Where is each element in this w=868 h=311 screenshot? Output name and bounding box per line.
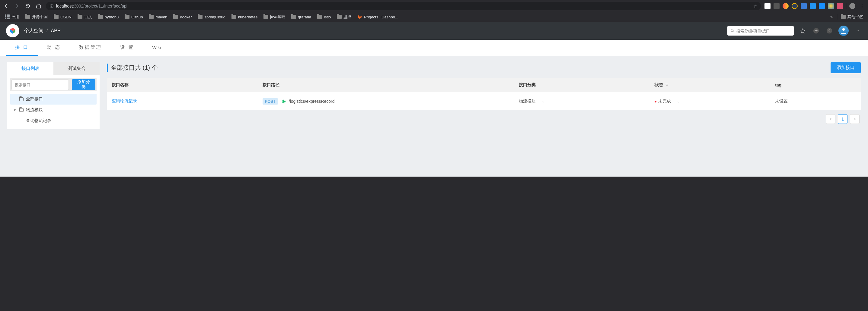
folder-icon — [198, 15, 203, 19]
api-table: 接口名称 接口路径 接口分类 状态▽ tag 查询物流记录 POST ◉ /lo… — [107, 78, 861, 110]
ext-icon-4[interactable] — [792, 3, 798, 9]
address-bar[interactable]: localhost:3002/project/11/interface/api … — [46, 2, 761, 10]
breadcrumb-space[interactable]: 个人空间 — [24, 28, 43, 34]
reload-button[interactable] — [24, 2, 31, 10]
bookmark-label: istio — [324, 15, 331, 19]
api-category-cell[interactable]: 物流模块⌄ — [514, 92, 650, 110]
star-button[interactable] — [799, 27, 807, 35]
breadcrumb-app[interactable]: APP — [51, 28, 60, 33]
chevron-down-icon: ⌄ — [542, 99, 545, 103]
bookmark-item[interactable]: Github — [122, 13, 145, 21]
home-button[interactable] — [35, 2, 42, 10]
bookmark-item[interactable]: 百度 — [75, 13, 94, 21]
filter-icon[interactable]: ▽ — [665, 83, 668, 87]
main-tab[interactable]: 数据管理 — [70, 40, 111, 56]
page-next[interactable]: > — [850, 114, 860, 124]
bookmark-star-icon[interactable]: ☆ — [753, 4, 757, 8]
bookmark-label: Projects · Dashbo... — [364, 15, 398, 19]
ext-icon-8[interactable] — [828, 3, 834, 9]
folder-icon — [19, 108, 24, 112]
panel-header: 全部接口共 (1) 个 添加接口 — [107, 62, 861, 73]
bookmark-item[interactable]: python3 — [96, 13, 121, 21]
breadcrumb-sep: / — [46, 28, 48, 33]
main-tab[interactable]: 接 口 — [6, 40, 38, 56]
ext-icon-3[interactable] — [783, 3, 788, 9]
bookmark-item[interactable]: istio — [315, 13, 333, 21]
bookmark-item[interactable]: springCloud — [195, 13, 227, 21]
other-bookmarks-label: 其他书签 — [847, 14, 863, 20]
bookmark-item[interactable]: 监控 — [334, 13, 354, 21]
global-search-input[interactable] — [736, 29, 791, 33]
folder-icon — [149, 15, 154, 19]
folder-icon — [291, 15, 296, 19]
tree-api-item[interactable]: 查询物流记录 — [10, 115, 97, 126]
chevron-down-icon: ⌄ — [677, 99, 680, 103]
pagination: < 1 > — [107, 110, 861, 124]
help-button[interactable]: ? — [825, 27, 834, 35]
user-avatar[interactable] — [838, 26, 849, 36]
col-tag: tag — [770, 78, 861, 92]
bookmark-label: 应用 — [11, 14, 19, 20]
page-prev[interactable]: < — [826, 114, 835, 124]
global-search[interactable] — [727, 26, 794, 36]
bookmark-item[interactable]: docker — [171, 13, 194, 21]
ext-icon-7[interactable] — [819, 3, 825, 9]
main-tab[interactable]: 动 态 — [38, 40, 70, 56]
apps-icon — [5, 14, 10, 19]
sidebar-tab-test[interactable]: 测试集合 — [54, 62, 100, 75]
svg-point-1 — [731, 29, 734, 32]
content-area: 接口列表 测试集合 添加分类 全部接口 ▼ 物流模块 查 — [0, 56, 868, 177]
api-category: 物流模块 — [519, 99, 536, 103]
folder-icon — [54, 15, 59, 19]
api-status-cell[interactable]: 未完成⌄ — [650, 92, 771, 110]
api-name-link[interactable]: 查询物流记录 — [112, 99, 137, 103]
sidebar-tree: 全部接口 ▼ 物流模块 查询物流记录 — [10, 91, 97, 126]
ext-icon-9[interactable] — [837, 3, 843, 9]
folder-icon — [841, 15, 846, 19]
bookmarks-overflow[interactable]: » — [827, 14, 836, 19]
tree-label: 物流模块 — [26, 107, 43, 113]
folder-icon — [317, 15, 322, 19]
page-number[interactable]: 1 — [838, 114, 847, 124]
ext-icon-5[interactable] — [801, 3, 807, 9]
bookmark-item[interactable]: CSDN — [51, 13, 74, 21]
add-category-button[interactable]: 添加分类 — [72, 79, 95, 90]
table-row: 查询物流记录 POST ◉ /logistics/expressRecord 物… — [107, 92, 861, 110]
folder-icon — [173, 15, 178, 19]
back-button[interactable] — [2, 2, 10, 10]
forward-button[interactable] — [13, 2, 21, 10]
ext-icon-1[interactable] — [765, 3, 771, 9]
main-tab[interactable]: Wiki — [143, 40, 170, 56]
bookmark-item[interactable]: grafana — [289, 13, 314, 21]
col-name: 接口名称 — [107, 78, 258, 92]
ext-icon-2[interactable] — [774, 3, 780, 9]
ext-icon-6[interactable] — [810, 3, 816, 9]
user-menu-chevron[interactable] — [854, 27, 862, 35]
col-status[interactable]: 状态▽ — [650, 78, 771, 92]
bookmark-item[interactable]: kubernetes — [229, 13, 260, 21]
bookmark-item[interactable]: 开源中国 — [23, 13, 50, 21]
bookmark-label: java基础 — [270, 14, 285, 20]
add-button[interactable] — [812, 27, 820, 35]
tree-all-apis[interactable]: 全部接口 — [10, 94, 97, 105]
bookmark-label: maven — [155, 15, 167, 19]
menu-button[interactable]: ⋮ — [858, 2, 866, 10]
add-api-button[interactable]: 添加接口 — [831, 62, 861, 73]
other-bookmarks[interactable]: 其他书签 — [838, 13, 866, 21]
profile-icon[interactable] — [849, 3, 855, 9]
app-logo[interactable] — [6, 24, 19, 37]
bookmark-item[interactable]: 应用 — [2, 13, 22, 21]
main-tabs: 接 口动 态数据管理设 置Wiki — [0, 40, 868, 56]
sidebar-search-input[interactable] — [11, 79, 69, 90]
main-tab[interactable]: 设 置 — [111, 40, 143, 56]
bookmark-item[interactable]: Projects · Dashbo... — [355, 13, 401, 21]
folder-icon — [231, 15, 236, 19]
sidebar-tab-list[interactable]: 接口列表 — [7, 62, 54, 75]
bookmark-item[interactable]: java基础 — [261, 13, 288, 21]
bookmark-item[interactable]: maven — [146, 13, 169, 21]
tree-label: 全部接口 — [26, 97, 43, 102]
bookmarks-bar: 应用开源中国CSDN百度python3Githubmavendockerspri… — [0, 12, 868, 22]
col-category: 接口分类 — [514, 78, 650, 92]
folder-icon — [337, 15, 342, 19]
tree-module[interactable]: ▼ 物流模块 — [10, 105, 97, 115]
